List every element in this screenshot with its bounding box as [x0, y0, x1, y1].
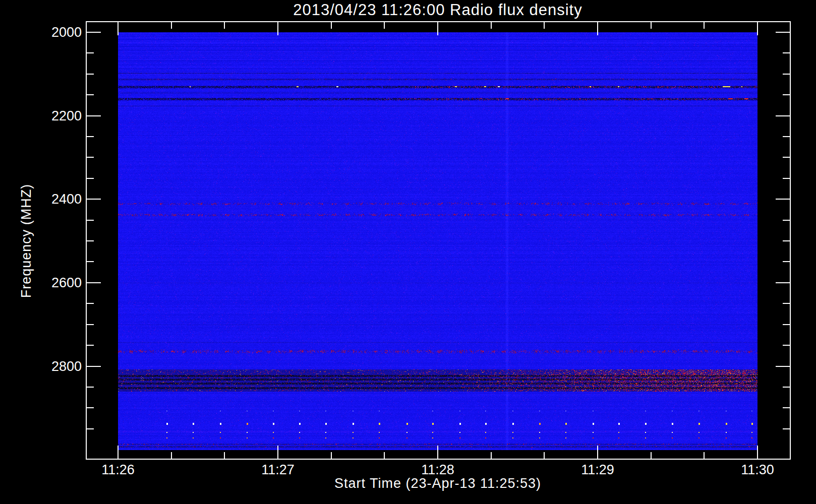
- y-left-tick: [87, 94, 94, 95]
- x-top-tick: [277, 22, 278, 35]
- y-right-tick: [783, 178, 790, 179]
- x-bottom-tick: [171, 452, 172, 459]
- x-top-tick: [704, 22, 705, 29]
- y-right-tick: [783, 136, 790, 137]
- y-right-tick: [783, 52, 790, 53]
- radio-flux-density-plot: 2013/04/23 11:26:00 Radio flux density 1…: [0, 0, 816, 504]
- x-bottom-tick: [651, 452, 652, 459]
- y-tick-label: 2800: [18, 359, 82, 374]
- x-bottom-tick: [757, 446, 758, 459]
- y-axis-title: Frequency (MHZ): [19, 184, 34, 298]
- y-right-tick: [783, 157, 790, 158]
- y-left-tick: [87, 407, 94, 408]
- x-top-tick: [491, 22, 492, 29]
- x-bottom-tick: [277, 446, 278, 459]
- x-top-tick: [437, 22, 438, 35]
- y-right-tick: [783, 94, 790, 95]
- y-left-tick: [87, 32, 101, 33]
- x-bottom-tick: [331, 452, 332, 459]
- y-left-tick: [87, 282, 101, 283]
- y-left-tick: [87, 261, 94, 262]
- y-left-tick: [87, 199, 101, 200]
- y-left-tick: [87, 428, 94, 429]
- x-top-tick: [224, 22, 225, 29]
- x-top-tick: [331, 22, 332, 29]
- y-left-tick: [87, 240, 94, 241]
- x-top-tick: [651, 22, 652, 29]
- y-right-tick: [783, 324, 790, 325]
- x-top-tick: [757, 22, 758, 35]
- y-right-tick: [783, 387, 790, 388]
- y-right-tick: [783, 428, 790, 429]
- x-top-tick: [118, 22, 119, 35]
- y-right-tick: [776, 199, 790, 200]
- x-bottom-tick: [118, 446, 119, 459]
- x-bottom-tick: [384, 452, 385, 459]
- x-top-tick: [384, 22, 385, 29]
- y-left-tick: [87, 115, 101, 116]
- y-left-tick: [87, 387, 94, 388]
- x-bottom-tick: [491, 452, 492, 459]
- y-left-tick: [87, 136, 94, 137]
- y-left-tick: [87, 157, 94, 158]
- y-right-tick: [776, 115, 790, 116]
- y-left-tick: [87, 178, 94, 179]
- y-left-tick: [87, 345, 94, 346]
- y-left-tick: [87, 366, 101, 367]
- x-bottom-tick: [597, 446, 598, 459]
- x-bottom-tick: [437, 446, 438, 459]
- spectrogram-heatmap: [118, 32, 757, 450]
- y-right-tick: [776, 366, 790, 367]
- y-right-tick: [783, 303, 790, 304]
- y-right-tick: [783, 261, 790, 262]
- x-axis-title: Start Time (23-Apr-13 11:25:53): [118, 476, 757, 491]
- x-bottom-tick: [224, 452, 225, 459]
- y-right-tick: [783, 407, 790, 408]
- y-tick-label: 2200: [18, 108, 82, 123]
- y-left-tick: [87, 220, 94, 221]
- y-right-tick: [776, 32, 790, 33]
- x-bottom-tick: [704, 452, 705, 459]
- y-right-tick: [783, 240, 790, 241]
- y-left-tick: [87, 52, 94, 53]
- x-bottom-tick: [544, 452, 545, 459]
- y-left-tick: [87, 303, 94, 304]
- x-top-tick: [171, 22, 172, 29]
- x-top-tick: [544, 22, 545, 29]
- y-right-tick: [783, 345, 790, 346]
- y-right-tick: [776, 282, 790, 283]
- y-left-tick: [87, 324, 94, 325]
- y-left-tick: [87, 74, 94, 75]
- y-right-tick: [783, 220, 790, 221]
- x-top-tick: [597, 22, 598, 35]
- y-tick-label: 2000: [18, 25, 82, 40]
- y-right-tick: [783, 74, 790, 75]
- chart-title: 2013/04/23 11:26:00 Radio flux density: [118, 1, 757, 19]
